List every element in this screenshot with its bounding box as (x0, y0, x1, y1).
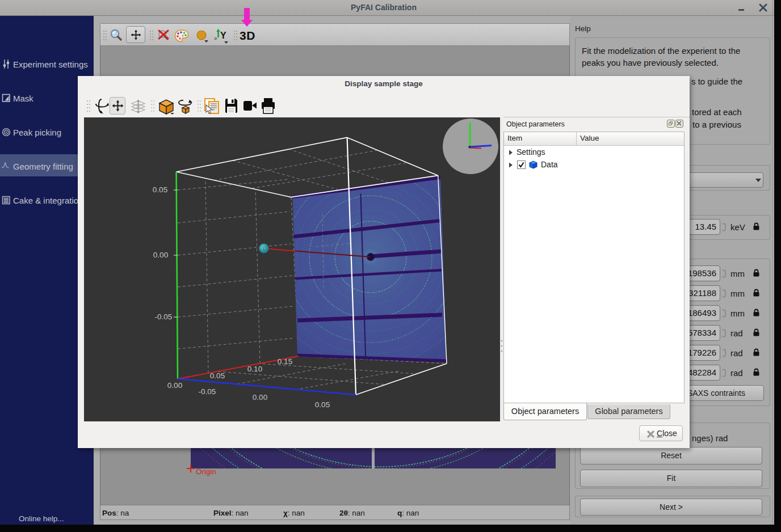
svg-text:0.05: 0.05 (315, 400, 330, 409)
svg-text:0.05: 0.05 (210, 371, 225, 380)
svg-text:Y: Y (220, 31, 226, 40)
svg-text:0.00: 0.00 (253, 393, 267, 402)
svg-text:0.00: 0.00 (153, 251, 168, 259)
svg-text:-0.05: -0.05 (199, 387, 216, 396)
svg-text:0.15: 0.15 (278, 357, 292, 366)
svg-text:-0.05: -0.05 (155, 313, 173, 321)
svg-text:0.10: 0.10 (247, 365, 262, 373)
svg-text:0.00: 0.00 (167, 381, 182, 390)
svg-text:o: o (215, 36, 217, 41)
svg-text:0.05: 0.05 (153, 185, 167, 194)
